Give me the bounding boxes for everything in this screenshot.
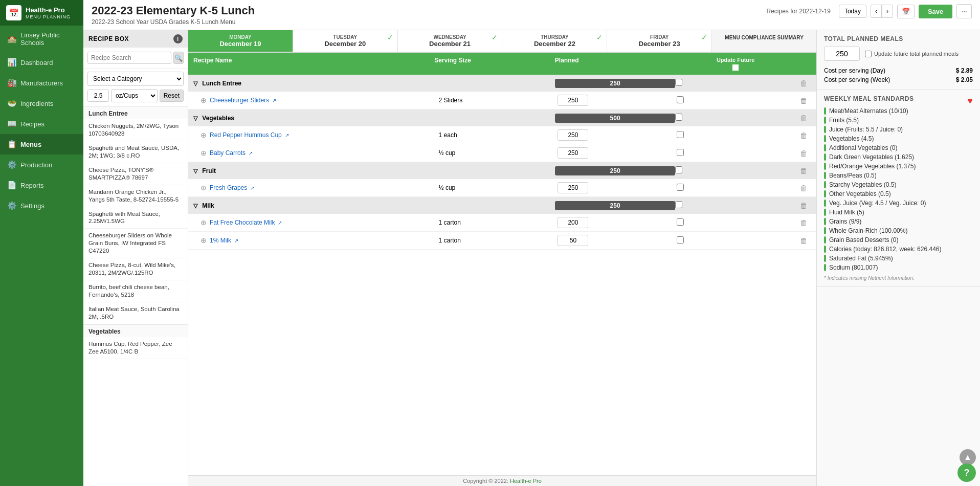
item-link-cheeseburger[interactable]: Cheeseburger Sliders bbox=[210, 97, 269, 104]
tab-tuesday[interactable]: TUESDAY December 20 ✓ bbox=[293, 30, 398, 52]
drag-handle[interactable]: ⊕ bbox=[201, 218, 207, 227]
sidebar-item-reports[interactable]: 📄 Reports bbox=[0, 175, 83, 195]
update-future-all-checkbox[interactable] bbox=[732, 64, 739, 71]
next-button[interactable]: › bbox=[882, 5, 893, 18]
delete-1pct-milk[interactable]: 🗑 bbox=[796, 235, 811, 246]
prev-button[interactable]: ‹ bbox=[871, 5, 882, 18]
wms-bar bbox=[824, 190, 826, 197]
item-link-1pct-milk[interactable]: 1% Milk bbox=[210, 237, 231, 244]
delete-cheeseburger[interactable]: 🗑 bbox=[796, 95, 811, 106]
list-item[interactable]: Mandarin Orange Chicken Jr., Yangs 5th T… bbox=[83, 185, 188, 207]
group-toggle-fruit[interactable]: ▽ bbox=[193, 168, 197, 174]
tab-friday[interactable]: FRIDAY December 23 ✓ bbox=[607, 30, 712, 52]
filter-unit-select[interactable]: oz/Cups bbox=[111, 89, 158, 102]
drag-handle[interactable]: ⊕ bbox=[201, 96, 207, 104]
list-item[interactable]: Cheese Pizza, 8-cut, Wild Mike's, 20311,… bbox=[83, 258, 188, 280]
drag-handle[interactable]: ⊕ bbox=[201, 184, 207, 192]
group-toggle-milk[interactable]: ▽ bbox=[193, 203, 197, 209]
footer-link[interactable]: Health-e Pro bbox=[510, 478, 542, 484]
planned-input-baby-carrots[interactable] bbox=[558, 147, 588, 159]
external-link-icon[interactable]: ↗ bbox=[250, 185, 254, 191]
save-button[interactable]: Save bbox=[919, 5, 952, 18]
wms-bar bbox=[824, 153, 826, 161]
more-button[interactable]: ··· bbox=[956, 4, 972, 18]
uf-check-milk[interactable] bbox=[675, 201, 682, 208]
planned-input-hummus[interactable] bbox=[558, 129, 588, 141]
planned-input-choc-milk[interactable] bbox=[558, 217, 588, 228]
list-item[interactable]: Burrito, beef chili cheese bean, Fernand… bbox=[83, 280, 188, 302]
uf-check-hummus[interactable] bbox=[677, 131, 684, 138]
item-link-hummus[interactable]: Red Pepper Hummus Cup bbox=[210, 131, 282, 139]
planned-input-cheeseburger[interactable] bbox=[558, 95, 588, 106]
sidebar-item-production[interactable]: ⚙️ Production bbox=[0, 154, 83, 175]
uf-check-baby-carrots[interactable] bbox=[677, 149, 684, 156]
delete-group-milk[interactable]: 🗑 bbox=[796, 200, 811, 211]
menu-table: Recipe Name Serving Size Planned Update … bbox=[188, 53, 816, 475]
planned-input-fresh-grapes[interactable] bbox=[558, 182, 588, 193]
external-link-icon[interactable]: ↗ bbox=[234, 238, 238, 244]
reset-button[interactable]: Reset bbox=[160, 90, 184, 102]
delete-group-vegetables[interactable]: 🗑 bbox=[796, 113, 811, 123]
total-meals-section: TOTAL PLANNED MEALS Update future total … bbox=[817, 30, 980, 90]
drag-handle[interactable]: ⊕ bbox=[201, 236, 207, 245]
planned-input-1pct-milk[interactable] bbox=[558, 235, 588, 246]
wms-item: Starchy Vegetables (0.5) bbox=[824, 180, 973, 189]
calendar-button[interactable]: 📅 bbox=[897, 5, 915, 18]
list-item[interactable]: Italian Meat Sauce, South Carolina 2M, .… bbox=[83, 302, 188, 324]
category-select[interactable]: Select a Category bbox=[87, 72, 184, 86]
sidebar-item-ingredients[interactable]: 🥗 Ingredients bbox=[0, 93, 83, 114]
info-icon[interactable]: i bbox=[173, 34, 183, 43]
sidebar-item-manufacturers[interactable]: 🏭 Manufacturers bbox=[0, 73, 83, 93]
delete-group-fruit[interactable]: 🗑 bbox=[796, 165, 811, 176]
list-item[interactable]: Hummus Cup, Red Pepper, Zee Zee A5100, 1… bbox=[83, 337, 188, 359]
search-button[interactable]: 🔍 bbox=[173, 52, 184, 64]
drag-handle[interactable]: ⊕ bbox=[201, 149, 207, 157]
uf-check-fresh-grapes[interactable] bbox=[677, 184, 684, 191]
list-item[interactable]: Cheese Pizza, TONY'S® SMARTPIZZA® 78697 bbox=[83, 163, 188, 185]
delete-baby-carrots[interactable]: 🗑 bbox=[796, 148, 811, 159]
sidebar-item-menus[interactable]: 📋 Menus bbox=[0, 134, 83, 154]
list-item[interactable]: Cheeseburger Sliders on Whole Grain Buns… bbox=[83, 229, 188, 258]
drag-handle[interactable]: ⊕ bbox=[201, 131, 207, 139]
delete-group-lunch-entree[interactable]: 🗑 bbox=[796, 78, 811, 89]
uf-check-cheeseburger[interactable] bbox=[677, 96, 684, 103]
external-link-icon[interactable]: ↗ bbox=[278, 220, 282, 226]
group-row-milk: ▽ Milk 250 🗑 bbox=[188, 197, 816, 214]
today-button[interactable]: Today bbox=[839, 5, 866, 18]
uf-check-1pct-milk[interactable] bbox=[677, 236, 684, 244]
production-icon: ⚙️ bbox=[7, 160, 16, 169]
delete-fresh-grapes[interactable]: 🗑 bbox=[796, 183, 811, 193]
group-toggle-vegetables[interactable]: ▽ bbox=[193, 115, 197, 121]
list-item[interactable]: Spaghetti and Meat Sauce, USDA, 2M; 1WG;… bbox=[83, 141, 188, 163]
update-future-checkbox[interactable] bbox=[865, 51, 872, 57]
sidebar-item-recipes[interactable]: 📖 Recipes bbox=[0, 114, 83, 134]
external-link-icon[interactable]: ↗ bbox=[249, 150, 253, 156]
filter-qty-input[interactable]: 2.5 bbox=[87, 90, 109, 102]
item-link-choc-milk[interactable]: Fat Free Chocolate Milk bbox=[210, 219, 275, 226]
sidebar-item-school[interactable]: 🏫 Linsey Public Schools bbox=[0, 26, 83, 52]
item-link-baby-carrots[interactable]: Baby Carrots bbox=[210, 149, 246, 157]
delete-choc-milk[interactable]: 🗑 bbox=[796, 217, 811, 228]
filter-row: 2.5 oz/Cups Reset bbox=[83, 89, 188, 106]
external-link-icon[interactable]: ↗ bbox=[272, 98, 276, 103]
list-item[interactable]: Spaghetti with Meat Sauce, 2.25M/1.5WG bbox=[83, 207, 188, 229]
help-button[interactable]: ? bbox=[957, 463, 976, 482]
sidebar-item-settings[interactable]: ⚙️ Settings bbox=[0, 195, 83, 216]
item-link-fresh-grapes[interactable]: Fresh Grapes bbox=[210, 184, 247, 191]
uf-check-lunch-entree[interactable] bbox=[675, 79, 682, 86]
list-item[interactable]: Chicken Nuggets, 2M/2WG, Tyson 107036409… bbox=[83, 119, 188, 141]
group-toggle-lunch-entree[interactable]: ▽ bbox=[193, 80, 197, 86]
external-link-icon[interactable]: ↗ bbox=[285, 132, 289, 138]
total-meals-input[interactable] bbox=[824, 47, 860, 61]
uf-check-choc-milk[interactable] bbox=[677, 218, 684, 226]
top-bar: 2022-23 Elementary K-5 Lunch 2022-23 Sch… bbox=[83, 0, 980, 30]
search-input[interactable] bbox=[87, 52, 171, 64]
tab-monday[interactable]: MONDAY December 19 ✓ bbox=[188, 30, 293, 52]
sidebar-item-dashboard[interactable]: 📊 Dashboard bbox=[0, 52, 83, 73]
delete-hummus[interactable]: 🗑 bbox=[796, 130, 811, 141]
uf-check-fruit[interactable] bbox=[675, 166, 682, 173]
uf-check-vegetables[interactable] bbox=[675, 114, 682, 121]
tab-wednesday[interactable]: WEDNESDAY December 21 ✓ bbox=[398, 30, 503, 52]
tab-thursday[interactable]: THURSDAY December 22 ✓ bbox=[502, 30, 607, 52]
tab-compliance[interactable]: MENU COMPLIANCE SUMMARY bbox=[712, 30, 816, 52]
